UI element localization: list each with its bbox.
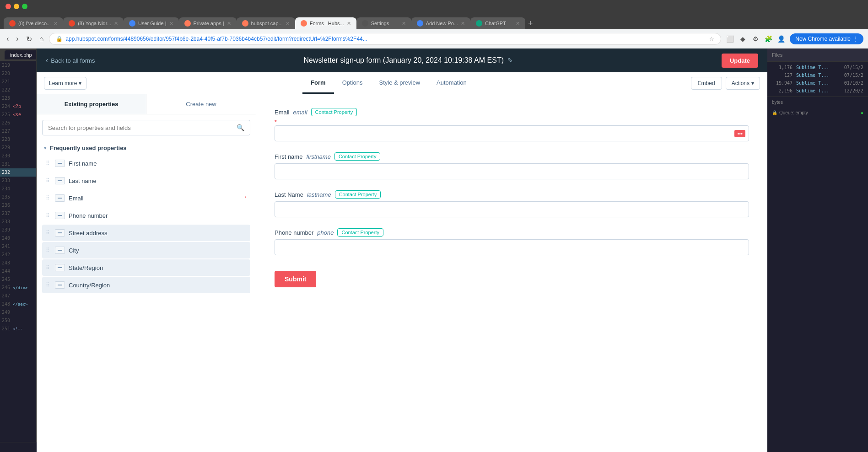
learn-more-button[interactable]: Learn more ▾ — [44, 77, 86, 90]
queue-lock-icon: 🔒 — [772, 110, 777, 115]
actions-button[interactable]: Actions ▾ — [726, 77, 760, 90]
queue-label: Queue: empty — [779, 110, 808, 115]
list-item[interactable]: ⠿ Last name — [42, 172, 250, 189]
tab-label-8: Add New Po... — [426, 21, 458, 26]
file-size: 127 — [772, 73, 793, 78]
embed-button[interactable]: Embed — [691, 77, 722, 90]
line-num-234: 234 — [0, 185, 13, 193]
home-nav-button[interactable]: ⌂ — [38, 34, 46, 44]
email-input-wrapper: ••• — [275, 125, 749, 141]
list-item[interactable]: ⠿ State/Region — [42, 259, 250, 276]
list-item[interactable]: 127 Sublime T... 07/15/2 — [767, 71, 868, 79]
address-bar[interactable]: 🔒 app.hubspot.com/forms/44890656/editor/… — [49, 33, 721, 45]
tab-close-5[interactable]: ✕ — [286, 21, 290, 27]
field-label-email: Email — [275, 109, 290, 116]
tab-close-6[interactable]: ✕ — [347, 21, 351, 27]
list-item[interactable]: ⠿ Country/Region — [42, 277, 250, 293]
nav-tabs-right: Embed Actions ▾ — [691, 77, 760, 90]
code-lines: 219 220 221 222 223 224<?p 225<se 226 22… — [0, 61, 36, 333]
editor-tab-index[interactable]: index.php — [5, 50, 37, 59]
panel-tab-existing[interactable]: Existing properties — [37, 94, 146, 114]
maximize-traffic-light[interactable] — [22, 4, 27, 9]
browser-tab-8[interactable]: Add New Po... ✕ — [411, 17, 470, 29]
tab-favicon-3 — [129, 20, 135, 27]
lastname-input[interactable] — [275, 201, 749, 217]
browser-tab-2[interactable]: (8) Yoga Nidr... ✕ — [63, 17, 124, 29]
list-item[interactable]: 2,196 Sublime T... 12/20/2 — [767, 87, 868, 95]
extension-icon-5[interactable]: 👤 — [776, 34, 786, 44]
code-line-244: 244 — [0, 267, 36, 275]
field-label-row-email: Email email Contact Property — [275, 108, 749, 116]
close-traffic-light[interactable] — [5, 4, 11, 9]
submit-button[interactable]: Submit — [275, 271, 316, 287]
field-type-icon — [55, 264, 65, 271]
tab-close-2[interactable]: ✕ — [114, 21, 118, 27]
search-icon[interactable]: 🔍 — [237, 124, 244, 131]
main-content: Existing properties Create new 🔍 ▾ Frequ… — [37, 94, 767, 452]
list-item[interactable]: ⠿ Email * — [42, 190, 250, 206]
email-input[interactable] — [275, 125, 749, 141]
email-field-actions-button[interactable]: ••• — [734, 130, 745, 137]
new-tab-button[interactable]: + — [525, 19, 536, 28]
update-button[interactable]: Update — [722, 54, 758, 68]
file-name: Sublime T... — [796, 65, 841, 70]
forward-nav-button[interactable]: › — [14, 34, 20, 44]
tab-close-7[interactable]: ✕ — [402, 21, 406, 27]
chrome-available-button[interactable]: New Chrome available ⋮ — [790, 33, 863, 44]
minimize-traffic-light[interactable] — [14, 4, 19, 9]
drag-handle-icon: ⠿ — [46, 230, 51, 236]
tab-close-1[interactable]: ✕ — [54, 21, 58, 27]
tab-close-9[interactable]: ✕ — [516, 21, 520, 27]
code-line-221: 221 — [0, 78, 36, 86]
browser-tab-1[interactable]: (8) I've disco... ✕ — [4, 17, 63, 29]
list-item[interactable]: 1,176 Sublime T... 07/15/2 — [767, 64, 868, 71]
line-num-223: 223 — [0, 95, 13, 102]
line-num-250: 250 — [0, 317, 13, 324]
browser-tab-7[interactable]: Settings ✕ — [356, 17, 411, 29]
browser-tab-5[interactable]: hubspot cap... ✕ — [237, 17, 295, 29]
property-name: Street address — [69, 230, 108, 237]
tab-close-3[interactable]: ✕ — [169, 21, 173, 27]
tab-label-1: (8) I've disco... — [18, 21, 51, 26]
tab-style-preview[interactable]: Style & preview — [371, 73, 428, 94]
line-num-238: 238 — [0, 218, 13, 226]
line-num-225: 225 — [0, 111, 13, 118]
list-item[interactable]: ⠿ Phone number — [42, 207, 250, 224]
phone-input[interactable] — [275, 239, 749, 255]
tab-options[interactable]: Options — [334, 73, 371, 94]
code-line-227: 227 — [0, 127, 36, 135]
list-item[interactable]: ⠿ Street address — [42, 225, 250, 241]
search-input[interactable] — [48, 124, 233, 131]
extension-icon-3[interactable]: ⚙ — [750, 34, 760, 44]
edit-title-icon[interactable]: ✎ — [507, 57, 513, 64]
tab-form[interactable]: Form — [302, 73, 334, 94]
back-to-forms-link[interactable]: ‹ Back to all forms — [46, 56, 95, 65]
extension-icon-1[interactable]: ⬜ — [725, 34, 735, 44]
browser-tab-3[interactable]: User Guide | ✕ — [124, 17, 179, 29]
tab-automation[interactable]: Automation — [428, 73, 475, 94]
browser-tab-9[interactable]: ChatGPT ✕ — [470, 17, 525, 29]
form-field-email: Email email Contact Property * ••• — [275, 108, 749, 141]
tab-close-4[interactable]: ✕ — [227, 21, 231, 27]
section-header-frequently-used[interactable]: ▾ Frequently used properties — [42, 141, 250, 155]
browser-chrome: (8) I've disco... ✕ (8) Yoga Nidr... ✕ U… — [0, 0, 868, 48]
code-line-247: 247 — [0, 292, 36, 300]
reload-nav-button[interactable]: ↻ — [24, 34, 34, 44]
list-item[interactable]: ⠿ First name — [42, 155, 250, 172]
field-label-row-lastname: Last Name lastname Contact Property — [275, 190, 749, 199]
browser-tab-6[interactable]: Forms | Hubs... ✕ — [295, 17, 356, 29]
panel-tab-create[interactable]: Create new — [146, 94, 256, 114]
search-box: 🔍 — [42, 120, 250, 135]
code-line-246: 246</div> — [0, 284, 36, 292]
firstname-input[interactable] — [275, 163, 749, 179]
list-item[interactable]: ⠿ City — [42, 242, 250, 258]
extension-icon-2[interactable]: ◆ — [738, 34, 748, 44]
back-nav-button[interactable]: ‹ — [5, 34, 11, 44]
form-preview-panel: Email email Contact Property * ••• — [256, 94, 767, 452]
tab-label-3: User Guide | — [138, 21, 167, 26]
extension-icon-4[interactable]: 🧩 — [763, 34, 773, 44]
field-name-italic-lastname: lastname — [307, 191, 331, 198]
tab-close-8[interactable]: ✕ — [461, 21, 465, 27]
list-item[interactable]: 19,947 Sublime T... 01/10/2 — [767, 79, 868, 87]
browser-tab-4[interactable]: Private apps | ✕ — [179, 17, 237, 29]
